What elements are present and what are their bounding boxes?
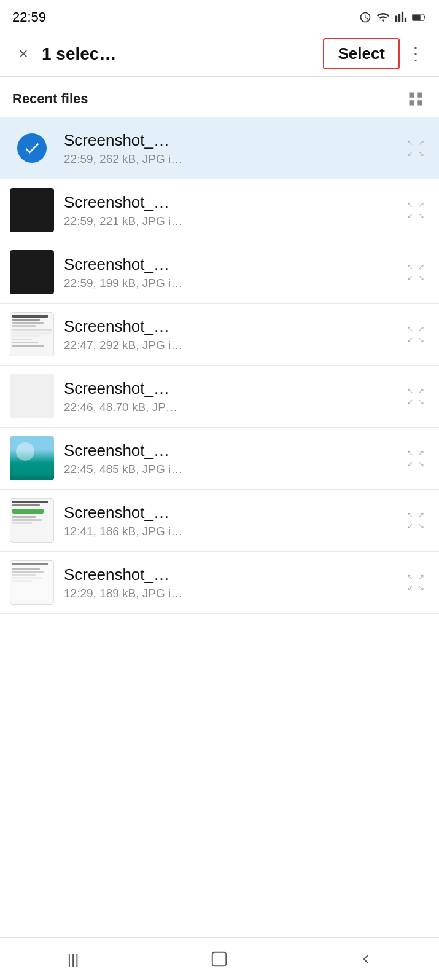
file-meta: 22:59, 199 kB, JPG i… bbox=[64, 276, 400, 290]
thumbnail-doc bbox=[10, 560, 54, 605]
arrow-tl: ↖ bbox=[406, 324, 415, 334]
arrow-tr: ↗ bbox=[417, 262, 426, 272]
thumbnail-pool bbox=[10, 436, 54, 480]
expand-button[interactable]: ↖ ↗ ↙ ↘ bbox=[402, 507, 429, 534]
back-button[interactable] bbox=[348, 941, 384, 978]
select-button[interactable]: Select bbox=[323, 38, 400, 69]
arrow-tr: ↗ bbox=[417, 386, 426, 396]
expand-button[interactable]: ↖ ↗ ↙ ↘ bbox=[402, 321, 429, 348]
arrow-tl: ↖ bbox=[406, 511, 415, 520]
file-meta: 22:47, 292 kB, JPG i… bbox=[64, 339, 400, 352]
expand-button[interactable]: ↖ ↗ ↙ ↘ bbox=[402, 383, 429, 410]
check-icon bbox=[23, 139, 41, 157]
arrow-tr: ↗ bbox=[417, 324, 426, 334]
arrow-tl: ↖ bbox=[406, 262, 415, 272]
selected-check bbox=[17, 133, 47, 163]
file-name: Screenshot_… bbox=[64, 379, 400, 398]
arrow-br: ↘ bbox=[417, 211, 426, 221]
expand-button[interactable]: ↖ ↗ ↙ ↘ bbox=[402, 445, 429, 472]
status-bar: 22:59 bbox=[0, 0, 439, 32]
file-thumb bbox=[10, 498, 54, 543]
expand-arrows: ↖ ↗ ↙ ↘ bbox=[406, 386, 425, 406]
arrow-tr: ↗ bbox=[417, 200, 426, 210]
file-name: Screenshot_… bbox=[64, 131, 400, 150]
signal-icon bbox=[395, 11, 407, 23]
file-item[interactable]: Screenshot_… 22:59, 199 kB, JPG i… ↖ ↗ ↙… bbox=[0, 241, 439, 304]
menu-button[interactable]: ||| bbox=[55, 941, 91, 978]
arrow-tr: ↗ bbox=[417, 573, 426, 582]
selection-title: 1 selec… bbox=[37, 44, 323, 64]
close-button[interactable]: × bbox=[10, 41, 37, 68]
file-thumb bbox=[10, 188, 54, 232]
arrow-bl: ↙ bbox=[406, 522, 415, 531]
file-meta: 22:59, 221 kB, JPG i… bbox=[64, 214, 400, 228]
file-name: Screenshot_… bbox=[64, 317, 400, 336]
thumbnail-dark bbox=[10, 250, 54, 294]
more-options-button[interactable]: ⋮ bbox=[402, 41, 429, 68]
file-info: Screenshot_… 12:41, 186 kB, JPG i… bbox=[64, 503, 400, 538]
file-meta: 12:41, 186 kB, JPG i… bbox=[64, 525, 400, 538]
expand-arrows: ↖ ↗ ↙ ↘ bbox=[406, 324, 425, 344]
arrow-bl: ↙ bbox=[406, 584, 415, 593]
file-item[interactable]: Screenshot_… 22:47, 292 kB, JPG i… ↖ ↗ ↙… bbox=[0, 304, 439, 366]
file-item[interactable]: Screenshot_… 22:46, 48.70 kB, JP… ↖ ↗ ↙ … bbox=[0, 366, 439, 428]
arrow-tl: ↖ bbox=[406, 200, 415, 210]
file-item[interactable]: Screenshot_… 12:29, 189 kB, JPG i… ↖ ↗ ↙… bbox=[0, 552, 439, 614]
file-meta: 22:46, 48.70 kB, JP… bbox=[64, 401, 400, 414]
arrow-bl: ↙ bbox=[406, 398, 415, 407]
battery-icon bbox=[412, 12, 427, 22]
file-thumb bbox=[10, 250, 54, 294]
svg-rect-1 bbox=[413, 15, 421, 20]
file-info: Screenshot_… 12:29, 189 kB, JPG i… bbox=[64, 565, 400, 600]
expand-button[interactable]: ↖ ↗ ↙ ↘ bbox=[402, 259, 429, 286]
file-meta: 22:45, 485 kB, JPG i… bbox=[64, 463, 400, 476]
file-list: Screenshot_… 22:59, 262 kB, JPG i… ↖ ↗ ↙… bbox=[0, 117, 439, 614]
file-meta: 22:59, 262 kB, JPG i… bbox=[64, 152, 400, 166]
alarm-icon bbox=[359, 11, 371, 23]
file-item[interactable]: Screenshot_… 12:41, 186 kB, JPG i… ↖ ↗ ↙… bbox=[0, 490, 439, 552]
grid-view-button[interactable] bbox=[405, 88, 427, 110]
file-name: Screenshot_… bbox=[64, 255, 400, 274]
arrow-tr: ↗ bbox=[417, 511, 426, 520]
thumbnail-screenshot bbox=[10, 312, 54, 356]
file-thumb bbox=[10, 126, 54, 170]
file-info: Screenshot_… 22:59, 221 kB, JPG i… bbox=[64, 193, 400, 228]
section-header: Recent files bbox=[0, 77, 439, 117]
file-item[interactable]: Screenshot_… 22:45, 485 kB, JPG i… ↖ ↗ ↙… bbox=[0, 428, 439, 490]
arrow-br: ↘ bbox=[417, 335, 426, 345]
status-time: 22:59 bbox=[12, 9, 46, 25]
file-name: Screenshot_… bbox=[64, 193, 400, 212]
file-name: Screenshot_… bbox=[64, 565, 400, 584]
file-item[interactable]: Screenshot_… 22:59, 221 kB, JPG i… ↖ ↗ ↙… bbox=[0, 179, 439, 241]
arrow-br: ↘ bbox=[417, 149, 426, 159]
arrow-br: ↘ bbox=[417, 273, 426, 283]
arrow-tl: ↖ bbox=[406, 449, 415, 458]
expand-button[interactable]: ↖ ↗ ↙ ↘ bbox=[402, 135, 429, 162]
file-info: Screenshot_… 22:45, 485 kB, JPG i… bbox=[64, 441, 400, 476]
arrow-br: ↘ bbox=[417, 398, 426, 407]
status-icons bbox=[359, 10, 427, 24]
file-thumb bbox=[10, 312, 54, 356]
file-info: Screenshot_… 22:59, 199 kB, JPG i… bbox=[64, 255, 400, 290]
thumbnail-green bbox=[10, 498, 54, 543]
expand-arrows: ↖ ↗ ↙ ↘ bbox=[406, 200, 425, 220]
expand-arrows: ↖ ↗ ↙ ↘ bbox=[406, 262, 425, 282]
thumbnail-dark bbox=[10, 188, 54, 232]
file-info: Screenshot_… 22:59, 262 kB, JPG i… bbox=[64, 131, 400, 166]
svg-rect-2 bbox=[212, 952, 227, 966]
expand-button[interactable]: ↖ ↗ ↙ ↘ bbox=[402, 197, 429, 224]
arrow-br: ↘ bbox=[417, 460, 426, 469]
file-meta: 12:29, 189 kB, JPG i… bbox=[64, 587, 400, 600]
file-item[interactable]: Screenshot_… 22:59, 262 kB, JPG i… ↖ ↗ ↙… bbox=[0, 117, 439, 179]
arrow-tr: ↗ bbox=[417, 449, 426, 458]
home-button[interactable] bbox=[201, 941, 238, 978]
top-bar: × 1 selec… Select ⋮ bbox=[0, 32, 439, 76]
grid-icon bbox=[407, 90, 424, 108]
wifi-icon bbox=[376, 10, 390, 24]
expand-arrows: ↖ ↗ ↙ ↘ bbox=[406, 511, 425, 530]
file-name: Screenshot_… bbox=[64, 503, 400, 522]
file-name: Screenshot_… bbox=[64, 441, 400, 460]
expand-button[interactable]: ↖ ↗ ↙ ↘ bbox=[402, 569, 429, 596]
expand-arrows: ↖ ↗ ↙ ↘ bbox=[406, 449, 425, 468]
back-icon bbox=[359, 952, 373, 966]
